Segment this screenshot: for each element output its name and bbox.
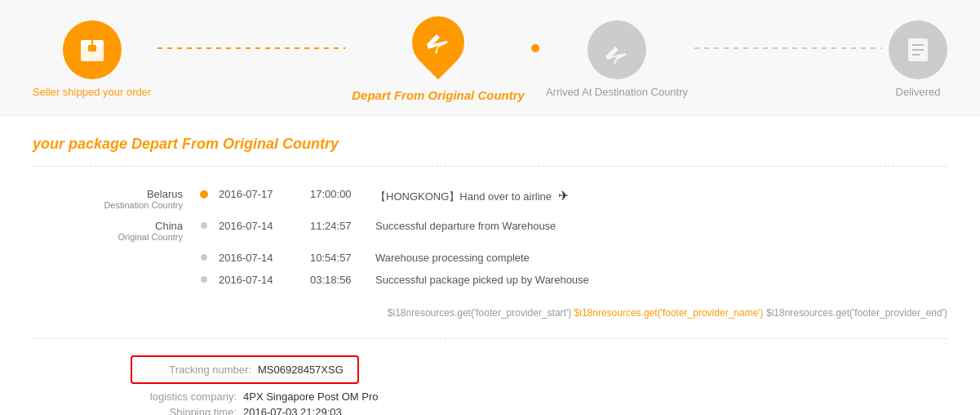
delivered-icon xyxy=(889,20,947,79)
logistics-row: logistics company: 4PX Singapore Post OM… xyxy=(131,390,947,403)
col-dot-3 xyxy=(196,274,212,283)
event-3: Successful package picked up by Warehous… xyxy=(375,274,947,286)
shipping-label: Shipping time: xyxy=(131,406,237,415)
arrived-icon xyxy=(588,20,646,79)
progress-section: Seller shipped your order Depart From Or… xyxy=(0,0,980,116)
logistics-label: logistics company: xyxy=(131,390,237,403)
dot-2 xyxy=(201,254,207,261)
col-dot-2 xyxy=(196,252,212,261)
step-delivered: Delivered xyxy=(889,20,947,98)
tracking-number-box: Tracking number: MS06928457XSG xyxy=(131,355,359,384)
date-2: 2016-07-14 xyxy=(212,252,310,264)
step-delivered-label: Delivered xyxy=(896,86,941,98)
progress-line-2 xyxy=(694,47,882,49)
step-arrived: Arrived At Destination Country xyxy=(546,20,688,98)
footer-end: $i18nresources.get('footer_provider_end'… xyxy=(766,307,947,319)
divider-1 xyxy=(33,166,947,167)
logistics-value: 4PX Singapore Post OM Pro xyxy=(243,390,378,403)
tracking-box-row: Tracking number: MS06928457XSG xyxy=(145,364,344,376)
footer-start: $i18nresources.get('footer_provider_star… xyxy=(388,307,571,319)
tracking-row-1: China Original Country 2016-07-14 11:24:… xyxy=(33,215,947,247)
date-0: 2016-07-17 xyxy=(212,188,310,200)
footer-name[interactable]: $i18nresources.get('footer_provider_name… xyxy=(574,307,764,319)
shipping-row: Shipping time: 2016-07-03 21:29:03 xyxy=(131,406,947,415)
progress-dot xyxy=(531,44,539,52)
time-3: 03:18:56 xyxy=(310,274,375,286)
step-depart: Depart From Original Country xyxy=(352,16,525,102)
heading-prefix: your package xyxy=(33,136,127,152)
location-china: China Original Country xyxy=(33,220,196,242)
main-content: your package Depart From Original Countr… xyxy=(0,116,980,415)
step-seller-label: Seller shipped your order xyxy=(33,86,151,98)
shipping-value: 2016-07-03 21:29:03 xyxy=(243,406,342,415)
depart-pin xyxy=(409,16,468,82)
seller-icon xyxy=(63,20,122,79)
tracking-row-2: 2016-07-14 10:54:57 Warehouse processing… xyxy=(33,247,947,269)
event-text-0: 【HONGKONG】Hand over to airline xyxy=(375,190,552,203)
dot-0 xyxy=(200,190,208,199)
col-dot-0 xyxy=(196,188,212,199)
heading-status: Depart From Original Country xyxy=(131,136,339,152)
tracking-info: Tracking number: MS06928457XSG logistics… xyxy=(131,355,947,415)
location-main-0: Belarus xyxy=(33,188,183,200)
location-main-1: China xyxy=(33,220,183,232)
tracking-label: Tracking number: xyxy=(145,364,251,376)
col-dot-1 xyxy=(196,220,212,229)
time-0: 17:00:00 xyxy=(310,188,375,200)
progress-line-1 xyxy=(157,47,345,49)
footer-text: $i18nresources.get('footer_provider_star… xyxy=(33,307,947,319)
step-arrived-label: Arrived At Destination Country xyxy=(546,86,688,98)
dot-1 xyxy=(201,222,207,229)
tracking-table: Belarus Destination Country 2016-07-17 1… xyxy=(33,183,947,291)
step-depart-label: Depart From Original Country xyxy=(352,88,525,102)
event-0: 【HONGKONG】Hand over to airline ✈ xyxy=(375,188,947,204)
event-2: Warehouse processing complete xyxy=(375,252,947,264)
dot-3 xyxy=(201,276,207,283)
time-2: 10:54:57 xyxy=(310,252,375,264)
tracking-row-3: 2016-07-14 03:18:56 Successful package p… xyxy=(33,269,947,291)
event-1: Successful departure from Warehouse xyxy=(375,220,947,232)
location-sub-1: Original Country xyxy=(33,232,183,242)
package-heading: your package Depart From Original Countr… xyxy=(33,136,947,153)
date-1: 2016-07-14 xyxy=(212,220,310,232)
step-seller: Seller shipped your order xyxy=(33,20,151,98)
tracking-row: Belarus Destination Country 2016-07-17 1… xyxy=(33,183,947,215)
location-belarus: Belarus Destination Country xyxy=(33,188,196,210)
tracking-value: MS06928457XSG xyxy=(258,364,344,376)
date-3: 2016-07-14 xyxy=(212,274,310,286)
time-1: 11:24:57 xyxy=(310,220,375,232)
divider-2 xyxy=(33,338,947,339)
plane-icon-0: ✈ xyxy=(558,188,569,203)
location-sub-0: Destination Country xyxy=(33,200,183,210)
